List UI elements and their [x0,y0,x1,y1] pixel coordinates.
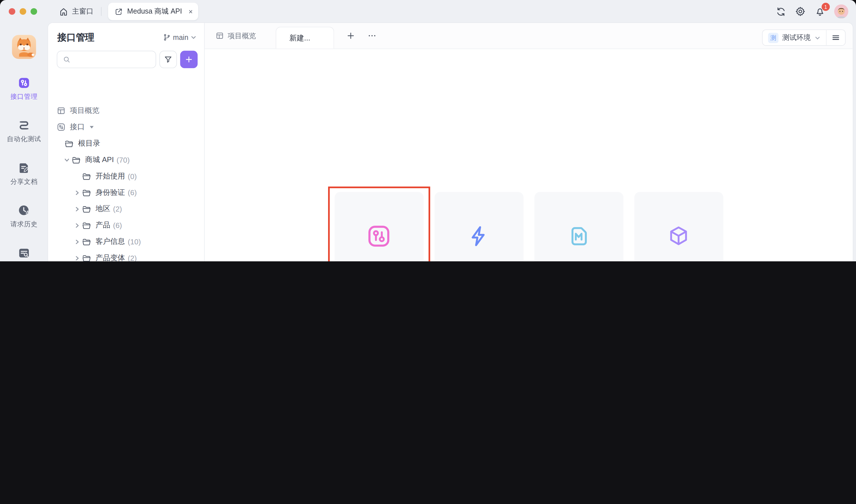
folder-icon [82,172,91,181]
main-content: 新建接口 快捷请求 [205,49,853,261]
search-input[interactable] [57,51,156,68]
chevron-icon[interactable] [72,190,82,195]
project-window-tab[interactable]: Medusa 商城 API × [108,3,198,20]
tab-project-overview[interactable]: 项目概览 [216,31,256,41]
folder-count: (70) [117,156,130,164]
rail-item-project-settings[interactable]: 项目设置 [0,247,48,261]
rail-item-label: 接口管理 [11,92,38,102]
history-icon [18,204,31,217]
rail-item-share-docs[interactable]: 分享文档 [0,162,48,187]
environment-selector[interactable]: 测 测试环境 [763,33,826,43]
search-icon [63,56,70,64]
api-sidebar-panel: 接口管理 main [48,23,205,261]
chevron-down-icon [191,34,196,40]
refresh-icon[interactable] [776,6,786,17]
overview-icon [216,32,224,40]
document-tabbar: 项目概览 新建... 测 测试环境 [205,23,853,49]
notifications-button[interactable]: 1 [815,6,825,17]
folder-icon [82,221,91,230]
lightning-icon [467,225,490,248]
rail-item-label: 请求历史 [11,220,38,229]
folder-name: 身份验证 [96,187,125,197]
card-new-data-model[interactable]: 新建数据模型 [634,192,723,261]
chevron-icon[interactable] [72,239,82,245]
folder-icon [72,155,81,165]
chevron-icon[interactable] [72,255,82,261]
rail-item-request-history[interactable]: 请求历史 [0,204,48,229]
card-quick-request[interactable]: 快捷请求 [434,192,523,261]
close-tab-icon[interactable]: × [189,7,193,16]
tab-label: 项目概览 [228,31,256,41]
folder-count: (2) [128,254,137,261]
markdown-icon [567,225,590,248]
minimize-window-button[interactable] [19,8,26,15]
branch-selector[interactable]: main [162,33,196,41]
tree-folder-row[interactable]: 根目录 [48,135,204,151]
card-new-markdown[interactable]: 新建 Markdown [534,192,623,261]
project-logo-avatar[interactable] [12,35,36,59]
folder-name: 商城 API [85,155,114,165]
gear-icon[interactable] [795,6,806,17]
titlebar: 主窗口 Medusa 商城 API × 1 [0,0,856,23]
sidebar-item-api[interactable]: 接口 [48,119,204,135]
folder-name: 开始使用 [96,172,125,181]
environment-group: 测 测试环境 [762,30,845,46]
left-rail: 接口管理 自动化测试 分享文档 请求历史 项目设置 [0,23,48,261]
new-tab-button[interactable] [346,31,355,40]
folder-icon [82,253,91,261]
sidebar-item-label: 项目概览 [70,106,99,116]
api-icon [366,224,391,249]
external-tab-icon [115,7,123,16]
caret-down-icon[interactable] [89,124,94,130]
zoom-window-button[interactable] [31,8,37,15]
rail-item-automation-test[interactable]: 自动化测试 [0,119,48,144]
app-window: 主窗口 Medusa 商城 API × 1 [0,0,856,261]
tree-folder-row[interactable]: 开始使用 (0) [48,168,204,184]
app-stage: 主窗口 Medusa 商城 API × 1 [0,0,856,261]
tree-folder-row[interactable]: 地区 (2) [48,201,204,217]
folder-name: 客户信息 [96,237,125,247]
environment-menu-button[interactable] [826,33,845,42]
titlebar-actions: 1 [776,0,849,23]
branch-label: main [173,33,188,41]
overview-icon [57,106,66,115]
panel-title: 接口管理 [57,31,94,43]
rail-item-api-management[interactable]: 接口管理 [0,76,48,102]
quick-create-cards: 新建接口 快捷请求 [334,192,723,261]
filter-button[interactable] [159,51,177,68]
tree-folder-row[interactable]: 产品变体 (2) [48,250,204,261]
sidebar-item-project-overview[interactable]: 项目概览 [48,103,204,119]
card-new-api[interactable]: 新建接口 [334,192,423,261]
folder-count: (10) [128,238,141,246]
tree-folder-row[interactable]: 商城 API (70) [48,151,204,168]
project-settings-icon [18,247,31,259]
titlebar-divider [101,7,102,16]
add-button[interactable] [180,51,197,68]
tree-folder-row[interactable]: 产品 (6) [48,217,204,234]
tab-label: 新建... [289,33,310,43]
main-area: 项目概览 新建... 测 测试环境 [205,23,853,261]
home-tab[interactable]: 主窗口 [59,6,93,16]
filter-icon [164,55,173,64]
chevron-icon[interactable] [72,206,82,212]
sidebar-item-label: 接口 [70,122,85,132]
tab-new-active[interactable]: 新建... [276,26,334,48]
folder-count: (6) [128,188,137,197]
tree-folder-row[interactable]: 身份验证 (6) [48,184,204,201]
folder-name: 地区 [96,204,110,214]
rail-item-label: 自动化测试 [7,134,41,144]
tree-folder-row[interactable]: 客户信息 (10) [48,233,204,250]
cube-icon [667,225,690,248]
chevron-icon[interactable] [72,222,82,228]
api-tree: 项目概览 接口 根目录 [48,103,204,261]
user-avatar[interactable] [834,4,849,18]
folder-name: 产品 [96,220,110,230]
rail-item-label: 分享文档 [11,177,38,187]
api-icon [57,123,66,131]
close-window-button[interactable] [9,8,15,15]
project-tab-label: Medusa 商城 API [127,6,182,16]
notification-badge: 1 [821,3,830,11]
tab-more-button[interactable] [367,31,377,40]
environment-label: 测试环境 [782,33,811,43]
chevron-icon[interactable] [62,157,72,163]
